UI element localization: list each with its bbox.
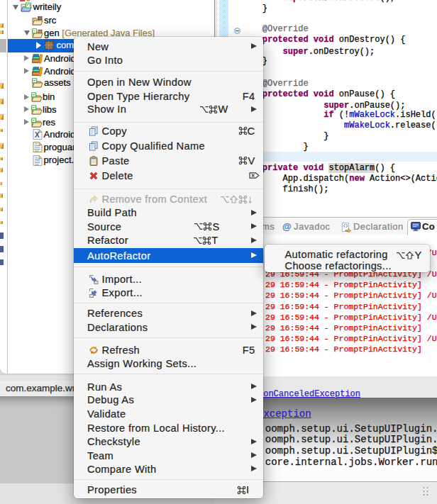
svg-text:X: X <box>35 131 40 139</box>
